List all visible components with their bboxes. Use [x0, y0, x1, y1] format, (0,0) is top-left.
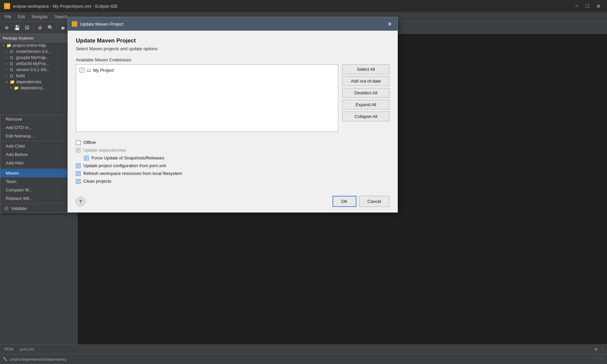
tree-arrow-project: ▼ — [2, 44, 5, 47]
context-menu-remove[interactable]: Remove — [0, 115, 67, 123]
update-config-checkbox[interactable]: ✓ — [76, 163, 81, 168]
menu-file[interactable]: File — [1, 13, 15, 21]
tree-arrow-build: ▷ — [5, 74, 9, 78]
context-menu-sep-3 — [0, 203, 67, 204]
tree-icon-project: 📁 — [6, 43, 12, 48]
expand-all-button[interactable]: Expand All — [342, 100, 389, 110]
update-deps-checkbox[interactable]: ✓ — [76, 148, 81, 153]
tree-item-artifactid[interactable]: ▷ ⊡ artifactId MyProj... — [0, 61, 77, 67]
sidebar-header: Package Explorer ⊟ — [0, 34, 77, 42]
tree-item-dependencies[interactable]: ▼ 📁 dependencies — [0, 79, 77, 85]
toolbar-run-button[interactable]: ▶ — [59, 23, 68, 32]
collapse-all-button[interactable]: Collapse All — [342, 112, 389, 121]
tree-item-dependency[interactable]: ▼ 📁 dependency... — [0, 85, 77, 91]
tree-icon-build: ⊡ — [10, 73, 15, 78]
tree-arrow-modelversion: ▷ — [5, 50, 9, 53]
refresh-workspace-checkbox[interactable]: ✓ — [76, 171, 81, 176]
eclipse-icon — [4, 3, 10, 9]
minimize-button[interactable]: − — [572, 1, 581, 11]
options-section: Offline ✓ Update dependencies ✓ Force Up… — [76, 139, 389, 185]
add-out-of-date-button[interactable]: Add out-of-date — [342, 76, 389, 86]
validate-check: ☑ — [4, 206, 9, 211]
tree-item-version[interactable]: ▷ ⊡ version 0.0.1-SN... — [0, 67, 77, 73]
tree-arrow-groupid: ▷ — [5, 56, 9, 59]
deselect-all-button[interactable]: Deselect All — [342, 88, 389, 98]
tree-label-groupid: groupId MyProje... — [16, 55, 49, 60]
clean-projects-label: Clean projects — [83, 179, 111, 184]
status-right: ⋮ ⋯ — [595, 357, 604, 361]
tree-item-modelversion[interactable]: ▷ ⊡ modelVersion 4.0... — [0, 49, 77, 55]
codebase-item-myproject[interactable]: ✓ 🗂 My Project — [78, 66, 337, 74]
context-menu-sep-1 — [0, 141, 67, 141]
svg-point-0 — [5, 4, 9, 8]
tab-pomxml[interactable]: pom.xml — [17, 346, 37, 353]
codebases-list: ✓ 🗂 My Project — [76, 64, 338, 132]
offline-checkbox[interactable] — [76, 140, 81, 145]
toolbar-save-button[interactable]: 💾 — [12, 23, 22, 32]
option-force-update: ✓ Force Update of Snapshots/Releases — [76, 154, 389, 162]
modal-footer-buttons: OK Cancel — [333, 196, 389, 207]
cancel-button[interactable]: Cancel — [359, 196, 389, 207]
context-menu: Remove Add DTD In... Edit Namesp... Add … — [0, 115, 67, 213]
status-icon: 🔧 — [3, 357, 7, 361]
context-menu-team[interactable]: Team — [0, 177, 67, 186]
menu-navigate[interactable]: Navigate — [28, 13, 51, 21]
option-update-deps: ✓ Update dependencies — [76, 146, 389, 154]
status-bar: 🔧 project/dependencies/dependency ⋮ ⋯ — [0, 354, 607, 364]
tree-icon-dependencies: 📁 — [10, 80, 15, 84]
context-menu-add-child[interactable]: Add Child — [0, 142, 67, 150]
force-update-checkbox[interactable]: ✓ — [84, 156, 89, 160]
context-menu-add-dtd[interactable]: Add DTD In... — [0, 123, 67, 132]
tree-arrow-artifactid: ▷ — [5, 62, 9, 65]
option-refresh-workspace: ✓ Refresh workspace resources from local… — [76, 170, 389, 177]
more-options-icon[interactable]: ⋮ — [601, 347, 604, 352]
modal-title-bar: Update Maven Project ✕ — [68, 17, 398, 31]
toolbar-separator-2 — [57, 24, 57, 31]
select-all-button[interactable]: Select All — [342, 64, 389, 74]
clean-projects-checkbox[interactable]: ✓ — [76, 179, 81, 184]
update-deps-label: Update dependencies — [83, 148, 126, 153]
modal-body: Update Maven Project Select Maven projec… — [68, 31, 398, 192]
context-menu-edit-namespace[interactable]: Edit Namesp... — [0, 132, 67, 140]
myproject-checkbox[interactable]: ✓ — [80, 68, 84, 72]
menu-edit[interactable]: Edit — [15, 13, 28, 21]
status-left: 🔧 project/dependencies/dependency — [3, 357, 67, 361]
settings-icon[interactable]: ⚙ — [595, 347, 598, 352]
codebases-buttons: Select All Add out-of-date Deselect All … — [342, 64, 389, 132]
tree-label-build: build — [16, 73, 25, 78]
tree-item-groupid[interactable]: ▷ ⊡ groupId MyProje... — [0, 55, 77, 61]
maximize-button[interactable]: □ — [583, 1, 592, 11]
title-bar-left: eclipse-workspace - My Project/pom.xml -… — [4, 3, 118, 9]
toolbar-save-all-button[interactable]: 🖫 — [22, 23, 32, 32]
context-menu-validate[interactable]: ☑ Validate — [0, 204, 67, 213]
context-menu-add-after[interactable]: Add After — [0, 159, 67, 167]
tree-label-modelversion: modelVersion 4.0... — [16, 49, 51, 54]
toolbar-search-button[interactable]: 🔍 — [46, 23, 55, 32]
status-notification-icon: ⋯ — [601, 357, 604, 361]
modal-close-button[interactable]: ✕ — [385, 20, 394, 28]
tree-item-build[interactable]: ▷ ⊡ build — [0, 73, 77, 79]
context-menu-maven[interactable]: Maven — [0, 169, 67, 177]
modal-heading: Update Maven Project — [76, 37, 389, 44]
context-menu-compare[interactable]: Compare W... — [0, 186, 67, 194]
toolbar-new-button[interactable]: ⊕ — [2, 23, 11, 32]
tree-item-project[interactable]: ▼ 📁 project xmlns=http: — [0, 42, 77, 49]
modal-title-text: Update Maven Project — [80, 22, 123, 27]
codebase-item-label: My Project — [93, 68, 114, 73]
tree-arrow-dependency: ▼ — [9, 86, 13, 90]
tree-label-artifactid: artifactId MyProj... — [16, 61, 49, 66]
help-button[interactable]: ? — [76, 197, 85, 206]
window-close-button[interactable]: ✕ — [594, 1, 603, 11]
ok-button[interactable]: OK — [333, 196, 356, 207]
modal-footer: ? OK Cancel — [68, 192, 398, 212]
tree-label-project: project xmlns=http: — [13, 43, 47, 48]
context-menu-replace[interactable]: Replace Wit... — [0, 194, 67, 203]
tree-icon-dependency: 📁 — [14, 86, 19, 90]
toolbar-separator-1 — [33, 24, 34, 31]
toolbar-debug-button[interactable]: 🖥 — [35, 23, 45, 32]
tree-icon-modelversion: ⊡ — [10, 49, 15, 54]
context-menu-add-before[interactable]: Add Before — [0, 150, 67, 159]
tree-label-dependency: dependency... — [20, 86, 46, 90]
project-folder-icon: 🗂 — [86, 67, 91, 73]
tab-pom[interactable]: POM — [1, 346, 17, 353]
